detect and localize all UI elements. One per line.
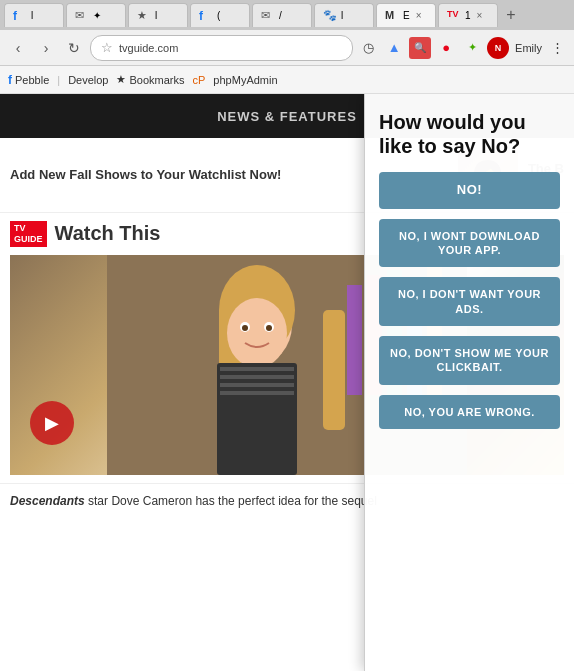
tab-star[interactable]: ★ l [128, 3, 188, 27]
no-button[interactable]: NO! [379, 172, 560, 209]
no-ads-button[interactable]: NO, I DON'T WANT YOUR ADS. [379, 277, 560, 326]
tab-label-m: E [403, 10, 410, 21]
bookmark-sep-1: | [57, 74, 60, 86]
svg-rect-18 [220, 383, 294, 387]
tab-icon-star: ★ [137, 9, 151, 23]
tab-icon-f2: f [199, 9, 213, 23]
bookmark-phpmyadmin[interactable]: phpMyAdmin [213, 74, 277, 86]
bookmark-label-pebble: Pebble [15, 74, 49, 86]
bookmark-label-bookmarks: Bookmarks [129, 74, 184, 86]
svg-point-13 [242, 325, 248, 331]
tab-mail1[interactable]: ✉ ✦ [66, 3, 126, 27]
tab-icon-paw: 🐾 [323, 9, 337, 23]
popup-overlay: How would you like to say No? NO! NO, I … [364, 94, 574, 671]
bookmark-icon-pebble: f [8, 73, 12, 87]
tab-paw[interactable]: 🐾 l [314, 3, 374, 27]
site-header-title: NEWS & FEATURES [217, 109, 357, 124]
tab-label-f2: ( [217, 10, 220, 21]
tab-icon-f1: f [13, 9, 27, 23]
no-clickbait-button[interactable]: NO, DON'T SHOW ME YOUR CLICKBAIT. [379, 336, 560, 385]
refresh-button[interactable]: ↻ [62, 36, 86, 60]
tab-label-mail1: ✦ [93, 10, 101, 21]
svg-rect-16 [220, 367, 294, 371]
tab-mail2[interactable]: ✉ / [252, 3, 312, 27]
tab-label-star: l [155, 10, 157, 21]
bookmark-develop[interactable]: Develop [68, 74, 108, 86]
menu-icon[interactable]: ⋮ [546, 37, 568, 59]
browser-chrome: f l ✉ ✦ ★ l f ( ✉ / 🐾 l M E × TV [0, 0, 574, 94]
tab-label-mail2: / [279, 10, 282, 21]
tab-bar: f l ✉ ✦ ★ l f ( ✉ / 🐾 l M E × TV [0, 0, 574, 30]
extension-icon2[interactable]: ● [435, 37, 457, 59]
popup-title: How would you like to say No? [379, 110, 560, 158]
tab-m-active[interactable]: M E × [376, 3, 436, 27]
page-content: NEWS & FEATURES Add New Fall Shows to Yo… [0, 94, 574, 671]
watch-title: Watch This [55, 222, 161, 245]
extension-icon1[interactable]: 🔍 [409, 37, 431, 59]
tab-f2[interactable]: f ( [190, 3, 250, 27]
tab-icon-tv: TV [447, 9, 461, 23]
forward-button[interactable]: › [34, 36, 58, 60]
google-drive-icon[interactable]: ▲ [383, 37, 405, 59]
no-app-button[interactable]: NO, I WONT DOWNLOAD YOUR APP. [379, 219, 560, 268]
address-bar: ‹ › ↻ ☆ tvguide.com ◷ ▲ 🔍 ● ✦ N Emily ⋮ [0, 30, 574, 66]
extension-icon4[interactable]: N [487, 37, 509, 59]
user-name: Emily [515, 42, 542, 54]
tab-f1[interactable]: f l [4, 3, 64, 27]
no-wrong-button[interactable]: NO, YOU ARE WRONG. [379, 395, 560, 429]
bookmark-icon-cp: cP [193, 74, 206, 86]
bookmark-bookmarks[interactable]: ★ Bookmarks [116, 73, 184, 86]
tab-close-m[interactable]: × [416, 10, 422, 21]
bookmark-star: ★ [116, 73, 126, 86]
address-input[interactable]: ☆ tvguide.com [90, 35, 353, 61]
bookmark-label-phpmyadmin: phpMyAdmin [213, 74, 277, 86]
tab-icon-m: M [385, 9, 399, 23]
svg-rect-9 [323, 310, 345, 430]
toolbar-icons: ◷ ▲ 🔍 ● ✦ N Emily ⋮ [357, 37, 568, 59]
tab-close-tv[interactable]: × [477, 10, 483, 21]
bookmarks-bar: f Pebble | Develop ★ Bookmarks cP phpMyA… [0, 66, 574, 94]
bookmark-star-icon[interactable]: ☆ [101, 40, 113, 55]
svg-rect-5 [347, 285, 362, 395]
extension-icon3[interactable]: ✦ [461, 37, 483, 59]
play-button[interactable]: ▶ [30, 401, 74, 445]
history-icon[interactable]: ◷ [357, 37, 379, 59]
tab-label-paw: l [341, 10, 343, 21]
bookmark-label-develop: Develop [68, 74, 108, 86]
svg-rect-19 [220, 391, 294, 395]
new-tab-button[interactable]: + [500, 4, 522, 26]
svg-point-14 [266, 325, 272, 331]
caption-bold: Descendants [10, 494, 85, 508]
tv-guide-badge: TVGUIDE [10, 221, 47, 247]
tab-label-tv: 1 [465, 10, 471, 21]
svg-rect-17 [220, 375, 294, 379]
tab-icon-mail2: ✉ [261, 9, 275, 23]
svg-rect-15 [217, 363, 297, 475]
bookmark-cp[interactable]: cP [193, 74, 206, 86]
svg-point-10 [227, 298, 287, 368]
tab-icon-mail1: ✉ [75, 9, 89, 23]
tab-label-f1: l [31, 10, 33, 21]
address-text: tvguide.com [119, 42, 178, 54]
bookmark-pebble[interactable]: f Pebble [8, 73, 49, 87]
back-button[interactable]: ‹ [6, 36, 30, 60]
caption-text: star Dove Cameron has the perfect idea f… [85, 494, 377, 508]
tab-tv[interactable]: TV 1 × [438, 3, 498, 27]
